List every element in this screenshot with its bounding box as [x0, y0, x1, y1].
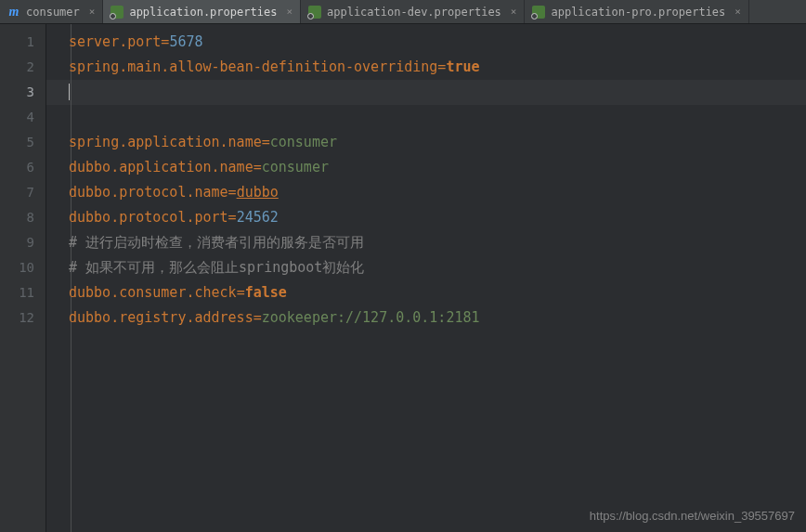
maven-icon: m	[7, 6, 20, 19]
code-line: dubbo.consumer.check=false	[69, 280, 806, 305]
close-icon[interactable]: ×	[734, 6, 741, 18]
close-icon[interactable]: ×	[511, 6, 517, 18]
code-line: dubbo.registry.address=zookeeper://127.0…	[69, 305, 806, 331]
line-number: 7	[0, 180, 46, 205]
properties-icon	[532, 6, 545, 19]
current-line-highlight	[46, 80, 806, 105]
text-cursor	[69, 84, 70, 100]
code-line: dubbo.protocol.port=24562	[69, 205, 806, 230]
properties-icon	[110, 6, 124, 19]
line-number: 12	[0, 305, 46, 331]
line-number: 4	[0, 105, 46, 130]
tab-label: application.properties	[129, 6, 277, 19]
tab-application-dev[interactable]: application-dev.properties ×	[301, 0, 525, 23]
line-number: 5	[0, 130, 46, 155]
tab-bar: m consumer × application.properties × ap…	[0, 0, 806, 24]
code-line	[69, 105, 806, 130]
line-number: 8	[0, 205, 46, 230]
line-number: 2	[0, 55, 46, 80]
tab-label: consumer	[26, 6, 80, 19]
line-number: 11	[0, 280, 46, 305]
tab-consumer[interactable]: m consumer ×	[0, 0, 103, 23]
line-number: 10	[0, 255, 46, 280]
editor-area[interactable]: 1 2 3 4 5 6 7 8 9 10 11 12 server.port=5…	[0, 24, 806, 532]
close-icon[interactable]: ×	[286, 6, 292, 18]
gutter-divider	[71, 24, 72, 532]
code-line: server.port=5678	[69, 30, 806, 55]
tab-label: application-pro.properties	[551, 6, 725, 19]
tab-application-properties[interactable]: application.properties ×	[103, 0, 301, 23]
line-number: 3	[0, 80, 46, 105]
code-line: # 如果不可用，那么会阻止springboot初始化	[69, 255, 806, 280]
line-number: 1	[0, 30, 46, 55]
line-gutter: 1 2 3 4 5 6 7 8 9 10 11 12	[0, 24, 46, 532]
line-number: 6	[0, 155, 46, 180]
close-icon[interactable]: ×	[89, 6, 96, 18]
code-line: spring.application.name=consumer	[69, 130, 806, 155]
code-line: spring.main.allow-bean-definition-overri…	[69, 55, 806, 80]
tab-label: application-dev.properties	[327, 6, 501, 19]
watermark-text: https://blog.csdn.net/weixin_39557697	[590, 509, 795, 523]
tab-application-pro[interactable]: application-pro.properties ×	[525, 0, 748, 23]
code-line: # 进行启动时检查，消费者引用的服务是否可用	[69, 230, 806, 255]
line-number: 9	[0, 230, 46, 255]
code-content[interactable]: server.port=5678 spring.main.allow-bean-…	[46, 24, 806, 532]
code-line: dubbo.application.name=consumer	[69, 155, 806, 180]
code-line: dubbo.protocol.name=dubbo	[69, 180, 806, 205]
properties-icon	[308, 6, 321, 19]
